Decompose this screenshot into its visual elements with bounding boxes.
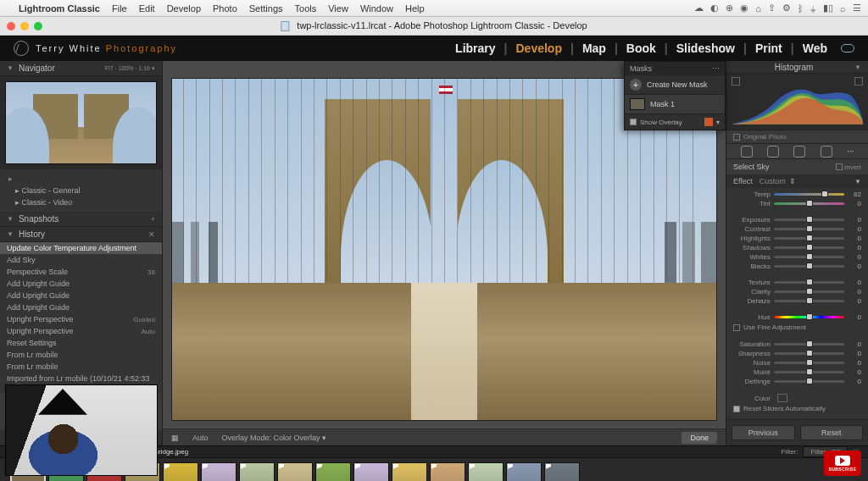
linear-gradient-icon[interactable] bbox=[767, 146, 779, 158]
slider-defringe[interactable]: Defringe0 bbox=[733, 377, 861, 386]
slider-whites[interactable]: Whites0 bbox=[733, 252, 861, 262]
slider-exposure[interactable]: Exposure0 bbox=[733, 215, 861, 224]
module-web[interactable]: Web bbox=[803, 41, 827, 55]
module-library[interactable]: Library bbox=[455, 41, 495, 55]
slider-temp[interactable]: Temp82 bbox=[733, 190, 861, 199]
slider-hue[interactable]: Hue 0 bbox=[733, 312, 861, 322]
done-button[interactable]: Done bbox=[682, 432, 717, 444]
module-book[interactable]: Book bbox=[626, 41, 656, 55]
original-photo-toggle[interactable]: Original Photo bbox=[726, 130, 868, 143]
maximize-window[interactable] bbox=[34, 22, 42, 30]
filmstrip-thumb[interactable] bbox=[392, 462, 427, 482]
status-icon[interactable]: ◐ bbox=[710, 3, 719, 14]
history-item[interactable]: Upright PerspectiveAuto bbox=[0, 325, 162, 337]
search-icon[interactable]: ⌕ bbox=[840, 3, 846, 14]
mask-item[interactable]: Mask 1 bbox=[625, 95, 725, 114]
nav-zoom[interactable]: FIT · 100% · 1:16 ▾ bbox=[104, 65, 155, 72]
slider-noise[interactable]: Noise0 bbox=[733, 358, 861, 368]
wifi-icon[interactable]: ⏚ bbox=[810, 3, 816, 14]
menu-window[interactable]: Window bbox=[360, 3, 393, 14]
filmstrip-thumb[interactable] bbox=[544, 462, 580, 482]
navigator-preview[interactable] bbox=[0, 76, 162, 169]
preset-item[interactable]: ▸ Classic - General bbox=[0, 185, 162, 196]
loupe-view-icon[interactable]: ▦ bbox=[171, 434, 179, 442]
filmstrip-thumb[interactable] bbox=[315, 462, 351, 482]
slider-shadows[interactable]: Shadows0 bbox=[733, 243, 861, 252]
status-icon[interactable]: ⚙ bbox=[782, 3, 791, 14]
history-item[interactable]: Add Upright Guide bbox=[0, 301, 162, 313]
history-item[interactable]: Add Upright Guide bbox=[0, 290, 162, 301]
control-center-icon[interactable]: ☰ bbox=[853, 3, 861, 14]
overlay-color-swatch[interactable] bbox=[704, 118, 713, 126]
brush-icon[interactable] bbox=[741, 146, 753, 158]
status-icon[interactable]: ☁ bbox=[694, 3, 704, 14]
module-slideshow[interactable]: Slideshow bbox=[676, 41, 735, 55]
create-mask-button[interactable]: + Create New Mask bbox=[625, 75, 725, 95]
slider-texture[interactable]: Texture0 bbox=[733, 278, 861, 287]
menu-photo[interactable]: Photo bbox=[213, 3, 237, 14]
menu-tools[interactable]: Tools bbox=[295, 3, 317, 14]
color-swatch[interactable] bbox=[777, 394, 787, 402]
close-window[interactable] bbox=[7, 22, 15, 30]
overlay-mode-select[interactable]: Color Overlay bbox=[274, 434, 320, 442]
clip-highlight-icon[interactable] bbox=[854, 77, 863, 86]
module-develop[interactable]: Develop bbox=[515, 41, 561, 55]
status-icon[interactable]: ⇪ bbox=[768, 3, 776, 14]
subscribe-button[interactable]: SUBSCRIBE bbox=[824, 451, 861, 476]
slider-clarity[interactable]: Clarity0 bbox=[733, 287, 861, 296]
histogram-header[interactable]: Histogram▼ bbox=[726, 61, 868, 74]
status-icon[interactable]: ᛒ bbox=[798, 3, 804, 14]
toolbar-auto[interactable]: Auto bbox=[192, 434, 209, 442]
reset-auto-toggle[interactable]: Reset Sliders Automatically bbox=[733, 403, 861, 414]
slider-dehaze[interactable]: Dehaze0 bbox=[733, 296, 861, 306]
status-icon[interactable]: ⊕ bbox=[726, 3, 733, 14]
filmstrip-thumb[interactable] bbox=[468, 462, 504, 482]
filmstrip-thumb[interactable] bbox=[506, 462, 542, 482]
slider-contrast[interactable]: Contrast0 bbox=[733, 224, 861, 234]
menu-view[interactable]: View bbox=[328, 3, 348, 14]
slider-sharpness[interactable]: Sharpness0 bbox=[733, 349, 861, 358]
module-map[interactable]: Map bbox=[582, 41, 606, 55]
preset-item[interactable]: ▸ Classic - Video bbox=[0, 196, 162, 208]
slider-highlights[interactable]: Highlights0 bbox=[733, 234, 861, 243]
previous-button[interactable]: Previous bbox=[732, 425, 795, 440]
history-item[interactable]: Upright PerspectiveGuided bbox=[0, 313, 162, 325]
menu-file[interactable]: File bbox=[112, 3, 127, 14]
clip-shadow-icon[interactable] bbox=[732, 77, 740, 86]
history-item[interactable]: Perspective Scale38 bbox=[0, 266, 162, 278]
history-item[interactable]: Add Sky bbox=[0, 254, 162, 266]
slider-moiré[interactable]: Moiré0 bbox=[733, 368, 861, 377]
minimize-window[interactable] bbox=[20, 22, 29, 30]
filmstrip-thumb[interactable] bbox=[201, 462, 236, 482]
history-item[interactable]: Add Upright Guide bbox=[0, 278, 162, 290]
slider-blacks[interactable]: Blacks0 bbox=[733, 262, 861, 271]
battery-icon[interactable]: ▮▯ bbox=[823, 3, 833, 14]
radial-gradient-icon[interactable] bbox=[793, 146, 805, 158]
mask-subject-row[interactable]: Select Sky Invert bbox=[726, 159, 868, 174]
menu-edit[interactable]: Edit bbox=[139, 3, 155, 14]
fine-adjustment-toggle[interactable]: Use Fine Adjustment bbox=[733, 322, 861, 333]
slider-tint[interactable]: Tint0 bbox=[733, 199, 861, 208]
status-icon[interactable]: ⌂ bbox=[755, 3, 761, 14]
history-item[interactable]: Update Color Temperature Adjustment bbox=[0, 242, 162, 254]
color-swatch-row[interactable]: Color bbox=[733, 393, 861, 403]
range-mask-icon[interactable] bbox=[821, 146, 832, 158]
filmstrip-thumb[interactable] bbox=[277, 462, 313, 482]
menu-help[interactable]: Help bbox=[405, 3, 425, 14]
filmstrip-thumb[interactable] bbox=[163, 462, 198, 482]
effect-header[interactable]: EffectCustom ⇕▼ bbox=[726, 174, 868, 188]
filmstrip-thumb[interactable] bbox=[239, 462, 275, 482]
filmstrip-thumb[interactable] bbox=[430, 462, 465, 482]
masks-panel[interactable]: Masks⋯ + Create New Mask Mask 1 Show Ove… bbox=[624, 61, 726, 130]
history-header[interactable]: ▼History✕ bbox=[0, 227, 162, 242]
status-icon[interactable]: ◉ bbox=[740, 3, 748, 14]
menu-settings[interactable]: Settings bbox=[249, 3, 283, 14]
module-print[interactable]: Print bbox=[755, 41, 782, 55]
history-item[interactable]: From Lr mobile bbox=[0, 349, 162, 361]
slider-saturation[interactable]: Saturation0 bbox=[733, 340, 861, 349]
menu-develop[interactable]: Develop bbox=[167, 3, 201, 14]
cloud-sync-icon[interactable] bbox=[841, 44, 854, 53]
reset-button[interactable]: Reset bbox=[800, 425, 864, 440]
snapshots-header[interactable]: ▼Snapshots+ bbox=[0, 212, 162, 227]
history-item[interactable]: Reset Settings bbox=[0, 337, 162, 349]
